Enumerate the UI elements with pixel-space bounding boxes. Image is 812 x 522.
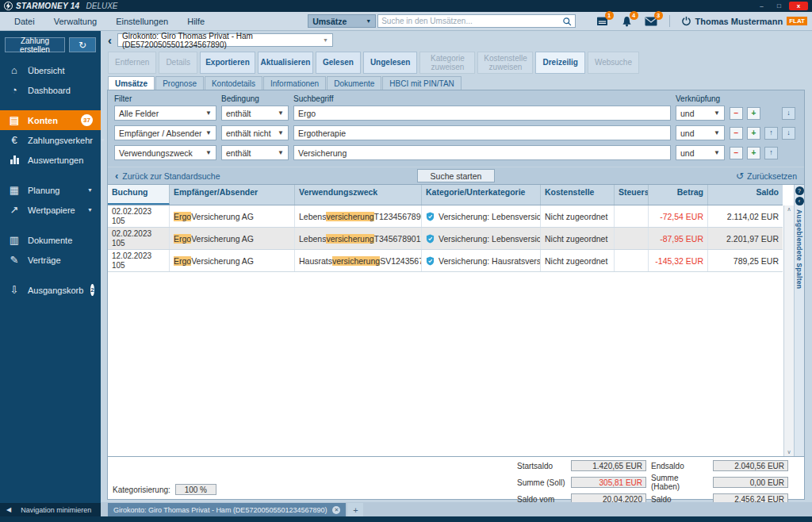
menu-hilfe[interactable]: Hilfe (178, 17, 214, 26)
bell-icon[interactable]: 4 (620, 15, 634, 27)
sidebar-item-uebersicht[interactable]: ⌂ Übersicht (0, 60, 101, 80)
tab-umsaetze[interactable]: Umsätze (108, 76, 155, 90)
add-filter-button[interactable]: + (747, 127, 760, 140)
filter-condition-select[interactable]: enthält▼ (221, 106, 289, 121)
remove-filter-button[interactable]: − (730, 127, 743, 140)
sidebar-item-konten[interactable]: ▤ Konten 37 (0, 110, 101, 130)
exportieren-button[interactable]: Exportieren (200, 52, 255, 74)
filter-link-select[interactable]: und▼ (676, 145, 725, 160)
filter-condition-select[interactable]: enthält▼ (221, 145, 289, 160)
back-to-standard-search-link[interactable]: ‹ Zurück zur Standardsuche (115, 170, 417, 182)
tab-hbci[interactable]: HBCI mit PIN/TAN (382, 76, 461, 90)
filter-term-input[interactable] (293, 125, 671, 140)
search-input[interactable] (381, 17, 562, 25)
tax-cell (615, 250, 649, 271)
kategorie-zuweisen-button[interactable]: Kategorie zuweisen (419, 52, 475, 74)
close-button[interactable]: x (789, 2, 808, 10)
websuche-button[interactable]: Websuche (588, 52, 639, 74)
help-icon[interactable]: ? (795, 186, 804, 195)
column-header-empfaenger[interactable]: Empfänger/Absender (170, 185, 295, 205)
menu-verwaltung[interactable]: Verwaltung (44, 17, 106, 26)
tab-dokumente[interactable]: Dokumente (327, 76, 381, 90)
collapse-panel-icon[interactable]: ‹ (795, 197, 804, 205)
remove-filter-button[interactable]: − (730, 107, 743, 120)
menu-einstellungen[interactable]: Einstellungen (106, 17, 178, 26)
menu-datei[interactable]: Datei (5, 17, 44, 26)
sidebar-item-planung[interactable]: ▦ Planung ▼ (0, 180, 101, 200)
minimize-navigation[interactable]: ◀ Navigation minimieren (0, 503, 101, 516)
tab-prognose[interactable]: Prognose (155, 76, 204, 90)
column-header-buchung[interactable]: Buchung (108, 185, 170, 205)
column-header-betrag[interactable]: Betrag (649, 185, 708, 205)
move-up-button[interactable]: ↑ (764, 127, 778, 140)
umsaetze-panel: Filter Bedingung Suchbegriff Verknüpfung… (107, 90, 805, 500)
filter-link-select[interactable]: und▼ (676, 125, 725, 140)
close-tab-icon[interactable]: ✕ (332, 506, 340, 514)
calendar-icon[interactable]: 1 (596, 15, 609, 27)
sidebar-item-vertraege[interactable]: ✎ Verträge (0, 250, 101, 270)
vertical-scrollbar[interactable]: ∧ ∨ (783, 205, 794, 456)
payee-text: Versicherung AG (191, 212, 254, 221)
maximize-button[interactable]: □ (772, 2, 787, 10)
sidebar-item-ausgangskorb[interactable]: ⇩ Ausgangskorb 2 (0, 280, 101, 300)
hidden-columns-label[interactable]: Ausgeblendete Spalten (795, 209, 803, 289)
outbox-icon: ⇩ (8, 285, 21, 295)
minimize-button[interactable]: – (754, 2, 769, 10)
column-header-verwendungszweck[interactable]: Verwendungszweck (295, 185, 422, 205)
user-menu[interactable]: Thomas Mustermann FLAT (681, 16, 807, 26)
payee-cell: Ergo Versicherung AG (170, 250, 295, 271)
details-button[interactable]: Details (159, 52, 197, 74)
remove-filter-button[interactable]: − (730, 147, 743, 159)
filter-link-select[interactable]: und▼ (676, 106, 725, 121)
reset-link[interactable]: ↺ Zurücksetzen (495, 171, 797, 182)
table-row[interactable]: 02.02.2023105 Ergo Versicherung AG Leben… (108, 228, 783, 250)
sidebar-item-dokumente[interactable]: ▥ Dokumente (0, 230, 101, 250)
sidebar-item-zahlungsverkehr[interactable]: € Zahlungsverkehr ▼ (0, 130, 101, 150)
filter-field-select[interactable]: Alle Felder▼ (114, 106, 216, 121)
account-tab[interactable]: Girokonto: Giro Thomas Privat - Ham (DE5… (108, 503, 346, 516)
move-down-button[interactable]: ↓ (782, 107, 795, 120)
table-row[interactable]: 02.02.2023105 Ergo Versicherung AG Leben… (108, 205, 783, 228)
dreizeilig-button[interactable]: Dreizeilig (535, 52, 584, 74)
filter-field-select[interactable]: Verwendungszweck▼ (114, 145, 216, 160)
table-row[interactable]: 12.02.2023105 Ergo Versicherung AG Hausr… (108, 250, 783, 272)
column-header-saldo[interactable]: Saldo (708, 185, 783, 205)
cost-center-cell: Nicht zugeordnet (541, 250, 615, 271)
sidebar-item-auswertungen[interactable]: Auswertungen (0, 150, 101, 170)
filter-condition-select[interactable]: enthält nicht▼ (221, 125, 289, 140)
add-filter-button[interactable]: + (747, 147, 760, 159)
refresh-button[interactable]: ↻ (69, 37, 96, 52)
chevron-down-icon: ▼ (87, 207, 93, 213)
search-scope-select[interactable]: Umsätze ▼ (308, 14, 376, 28)
aktualisieren-button[interactable]: Aktualisieren (258, 52, 313, 74)
mail-icon[interactable]: 3 (645, 15, 658, 27)
filter-term-input[interactable] (293, 106, 671, 121)
ungelesen-button[interactable]: Ungelesen (363, 52, 418, 74)
move-down-button[interactable]: ↓ (782, 127, 795, 140)
global-search[interactable] (377, 14, 576, 28)
filter-field-select[interactable]: Empfänger / Absender▼ (114, 125, 216, 140)
create-payment-button[interactable]: Zahlung erstellen (5, 37, 65, 52)
kostenstelle-zuweisen-button[interactable]: Kostenstelle zuweisen (477, 52, 533, 74)
column-header-steuersatz[interactable]: Steuers... (615, 185, 649, 205)
entfernen-button[interactable]: Entfernen (108, 52, 156, 74)
start-search-button[interactable]: Suche starten (417, 169, 496, 182)
filter-term-input[interactable] (293, 145, 671, 160)
scroll-up-icon[interactable]: ∧ (787, 206, 791, 213)
back-icon[interactable]: ‹ (108, 34, 112, 46)
tab-kontodetails[interactable]: Kontodetails (205, 76, 262, 90)
tab-informationen[interactable]: Informationen (263, 76, 326, 90)
account-select[interactable]: Girokonto: Giro Thomas Privat - Ham (DE5… (117, 33, 333, 47)
scroll-down-icon[interactable]: ∨ (787, 449, 791, 455)
add-filter-button[interactable]: + (747, 107, 760, 120)
new-tab-button[interactable]: + (347, 503, 363, 516)
sidebar-item-dashboard[interactable]: ◔ Dashboard (0, 80, 101, 100)
gelesen-button[interactable]: Gelesen (316, 52, 361, 74)
search-icon[interactable] (562, 17, 572, 26)
column-header-kategorie[interactable]: Kategorie/Unterkategorie (422, 185, 541, 205)
sidebar-item-label: Konten (28, 116, 58, 125)
sidebar-item-wertpapiere[interactable]: ↗ Wertpapiere ▼ (0, 200, 101, 220)
move-up-button[interactable]: ↑ (764, 147, 778, 159)
column-header-kostenstelle[interactable]: Kostenstelle (541, 185, 615, 205)
home-icon: ⌂ (8, 65, 21, 75)
